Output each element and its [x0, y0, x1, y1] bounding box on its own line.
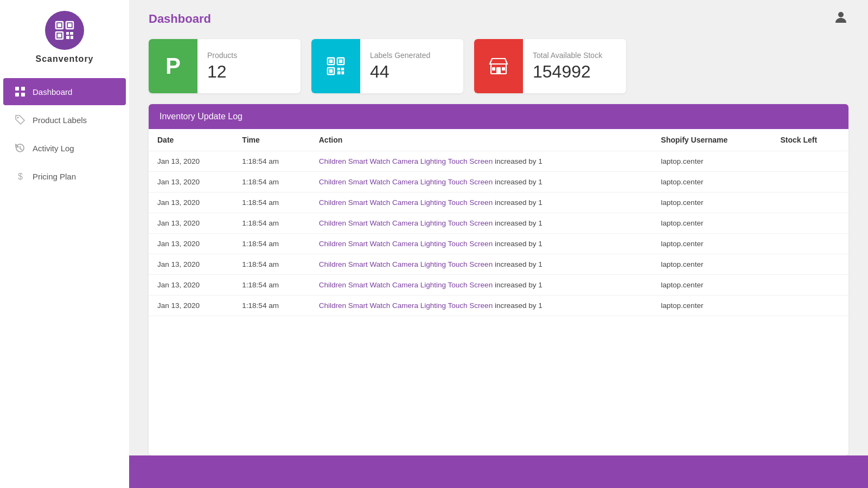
- svg-rect-7: [70, 32, 73, 35]
- sidebar-item-dashboard[interactable]: Dashboard: [3, 78, 126, 105]
- cell-date: Jan 13, 2020: [149, 192, 233, 213]
- svg-point-16: [838, 12, 844, 17]
- sidebar-product-labels-label: Product Labels: [33, 115, 87, 125]
- inventory-table: Date Time Action Shopify Username Stock …: [149, 129, 848, 316]
- dollar-icon: $: [14, 170, 26, 182]
- action-product-link[interactable]: Children Smart Watch Camera Lighting Tou…: [319, 260, 493, 268]
- action-product-link[interactable]: Children Smart Watch Camera Lighting Tou…: [319, 198, 493, 207]
- footer-bar: [129, 455, 868, 488]
- action-text: increased by 1: [493, 219, 542, 227]
- labels-info: Labels Generated 44: [370, 51, 430, 82]
- cell-time: 1:18:54 am: [233, 254, 310, 275]
- dashboard-icon: [14, 86, 26, 98]
- cell-time: 1:18:54 am: [233, 192, 310, 213]
- cell-stock-left: [771, 151, 848, 172]
- svg-rect-29: [492, 67, 495, 70]
- table-row: Jan 13, 20201:18:54 amChildren Smart Wat…: [149, 213, 848, 234]
- col-time: Time: [233, 129, 310, 151]
- table-row: Jan 13, 20201:18:54 amChildren Smart Wat…: [149, 192, 848, 213]
- svg-rect-18: [329, 60, 333, 63]
- cell-username: laptop.center: [652, 296, 771, 316]
- action-text: increased by 1: [493, 281, 542, 289]
- action-product-link[interactable]: Children Smart Watch Camera Lighting Tou…: [319, 178, 493, 186]
- col-username: Shopify Username: [652, 129, 771, 151]
- page-title: Dashboard: [149, 12, 211, 26]
- cell-date: Jan 13, 2020: [149, 213, 233, 234]
- svg-rect-3: [68, 23, 72, 27]
- user-icon[interactable]: [833, 10, 848, 28]
- cell-stock-left: [771, 192, 848, 213]
- svg-rect-28: [496, 67, 501, 74]
- action-product-link[interactable]: Children Smart Watch Camera Lighting Tou…: [319, 281, 493, 289]
- sidebar-item-product-labels[interactable]: Product Labels: [3, 106, 126, 133]
- inventory-section: Inventory Update Log Date Time Action Sh…: [149, 104, 848, 455]
- svg-rect-10: [15, 87, 19, 91]
- action-text: increased by 1: [493, 260, 542, 268]
- svg-rect-25: [337, 72, 341, 75]
- cell-date: Jan 13, 2020: [149, 234, 233, 254]
- stats-row: P Products 12: [129, 34, 868, 104]
- sidebar-item-activity-log[interactable]: Activity Log: [3, 134, 126, 162]
- app-name: Scanventory: [35, 54, 93, 64]
- stock-info: Total Available Stock 154992: [533, 51, 602, 82]
- cell-username: laptop.center: [652, 234, 771, 254]
- svg-rect-8: [66, 36, 69, 39]
- action-text: increased by 1: [493, 240, 542, 248]
- cell-time: 1:18:54 am: [233, 275, 310, 296]
- cell-action: Children Smart Watch Camera Lighting Tou…: [310, 172, 653, 192]
- action-text: increased by 1: [493, 301, 542, 310]
- action-product-link[interactable]: Children Smart Watch Camera Lighting Tou…: [319, 240, 493, 248]
- cell-date: Jan 13, 2020: [149, 275, 233, 296]
- sidebar-nav: Dashboard Product Labels Activity Log: [0, 77, 129, 191]
- stock-label: Total Available Stock: [533, 51, 602, 60]
- svg-rect-20: [339, 60, 343, 63]
- col-action: Action: [310, 129, 653, 151]
- cell-time: 1:18:54 am: [233, 151, 310, 172]
- cell-action: Children Smart Watch Camera Lighting Tou…: [310, 192, 653, 213]
- svg-rect-13: [21, 93, 25, 97]
- cell-action: Children Smart Watch Camera Lighting Tou…: [310, 213, 653, 234]
- cell-action: Children Smart Watch Camera Lighting Tou…: [310, 275, 653, 296]
- svg-text:$: $: [18, 172, 23, 181]
- cell-date: Jan 13, 2020: [149, 172, 233, 192]
- labels-icon-box: [311, 39, 360, 93]
- cell-username: laptop.center: [652, 172, 771, 192]
- cell-stock-left: [771, 172, 848, 192]
- store-icon: [489, 56, 508, 76]
- qr-icon: [326, 56, 346, 76]
- cell-stock-left: [771, 275, 848, 296]
- sidebar-item-pricing-plan[interactable]: $ Pricing Plan: [3, 163, 126, 190]
- cell-time: 1:18:54 am: [233, 296, 310, 316]
- cell-stock-left: [771, 254, 848, 275]
- inventory-tbody: Jan 13, 20201:18:54 amChildren Smart Wat…: [149, 151, 848, 316]
- logo-qr-icon: [54, 20, 75, 41]
- products-info: Products 12: [207, 51, 237, 82]
- action-product-link[interactable]: Children Smart Watch Camera Lighting Tou…: [319, 301, 493, 310]
- action-product-link[interactable]: Children Smart Watch Camera Lighting Tou…: [319, 157, 493, 165]
- tag-icon: [14, 114, 26, 126]
- svg-rect-6: [66, 32, 69, 35]
- products-value: 12: [207, 62, 227, 82]
- sidebar-activity-log-label: Activity Log: [33, 144, 74, 153]
- cell-time: 1:18:54 am: [233, 234, 310, 254]
- cell-action: Children Smart Watch Camera Lighting Tou…: [310, 296, 653, 316]
- svg-rect-12: [15, 93, 19, 97]
- table-row: Jan 13, 20201:18:54 amChildren Smart Wat…: [149, 275, 848, 296]
- table-row: Jan 13, 20201:18:54 amChildren Smart Wat…: [149, 234, 848, 254]
- header: Dashboard: [129, 0, 868, 34]
- action-product-link[interactable]: Children Smart Watch Camera Lighting Tou…: [319, 219, 493, 227]
- cell-date: Jan 13, 2020: [149, 296, 233, 316]
- svg-rect-1: [58, 23, 61, 27]
- logo-circle: [45, 11, 84, 50]
- cell-action: Children Smart Watch Camera Lighting Tou…: [310, 151, 653, 172]
- table-row: Jan 13, 20201:18:54 amChildren Smart Wat…: [149, 296, 848, 316]
- cell-username: laptop.center: [652, 254, 771, 275]
- svg-point-14: [17, 117, 19, 119]
- main-content: Dashboard P Products 12: [129, 0, 868, 488]
- cell-stock-left: [771, 296, 848, 316]
- cell-action: Children Smart Watch Camera Lighting Tou…: [310, 254, 653, 275]
- svg-rect-5: [58, 34, 61, 37]
- action-text: increased by 1: [493, 178, 542, 186]
- table-row: Jan 13, 20201:18:54 amChildren Smart Wat…: [149, 151, 848, 172]
- col-stock-left: Stock Left: [771, 129, 848, 151]
